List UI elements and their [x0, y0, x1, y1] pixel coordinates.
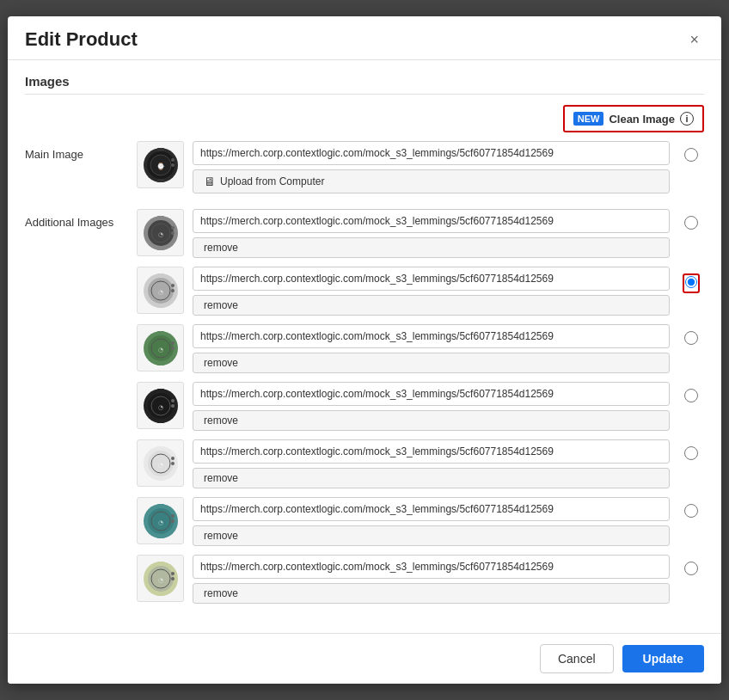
additional-image-radio-col-6 [678, 555, 704, 575]
clean-image-banner: NEW Clean Image i [25, 105, 704, 132]
svg-point-53 [171, 519, 175, 523]
watch-svg-0: ◔ [140, 212, 181, 254]
svg-point-61 [171, 577, 175, 580]
svg-rect-4 [157, 148, 164, 151]
radio-selected-indicator [683, 273, 700, 293]
main-image-radio-col [678, 141, 704, 162]
additional-image-thumb-5: ◔ [137, 497, 184, 544]
additional-image-input-group-0: remove [193, 209, 670, 258]
additional-image-thumb-4: ◔ [137, 439, 184, 487]
additional-image-radio-6[interactable] [684, 562, 698, 575]
watch-svg-main: ⌚ [140, 144, 181, 186]
additional-image-url-input-5[interactable] [193, 497, 670, 521]
svg-point-45 [171, 462, 175, 465]
cancel-button[interactable]: Cancel [540, 644, 614, 673]
svg-point-29 [171, 347, 175, 350]
additional-image-radio-col-2 [678, 324, 704, 345]
svg-point-30 [171, 341, 175, 345]
svg-text:◔: ◔ [158, 289, 163, 295]
watch-svg-5: ◔ [140, 500, 181, 542]
main-image-rows: ⌚ 🖥 Upload from Computer [137, 141, 704, 202]
additional-image-input-group-4: remove [193, 439, 670, 488]
modal-header: Edit Product × [8, 16, 721, 60]
remove-button-4[interactable]: remove [193, 468, 670, 488]
svg-text:◔: ◔ [158, 231, 163, 237]
upload-btn-label: Upload from Computer [220, 175, 324, 187]
additional-image-row: ◔ remove [137, 497, 704, 546]
additional-image-input-group-6: remove [193, 555, 670, 604]
additional-image-radio-4[interactable] [684, 446, 698, 460]
additional-image-radio-5[interactable] [684, 504, 698, 518]
additional-image-thumb-1: ◔ [137, 267, 184, 314]
update-button[interactable]: Update [622, 645, 704, 672]
additional-image-row: ◔ remove [137, 555, 704, 604]
edit-product-modal: Edit Product × Images NEW Clean Image i … [8, 16, 721, 684]
main-image-radio[interactable] [684, 148, 698, 162]
svg-rect-5 [157, 179, 164, 182]
svg-rect-28 [157, 362, 164, 365]
svg-rect-19 [157, 273, 164, 277]
additional-image-row: ◔ remove [137, 324, 704, 373]
additional-image-url-input-4[interactable] [193, 439, 670, 464]
svg-rect-60 [157, 593, 164, 596]
additional-image-radio-2[interactable] [684, 331, 698, 345]
modal-footer: Cancel Update [8, 633, 721, 684]
svg-point-21 [171, 289, 175, 292]
svg-point-37 [171, 404, 175, 408]
additional-image-row: ◔ remove [137, 382, 704, 431]
additional-image-radio-col-1 [678, 267, 704, 293]
new-badge: NEW [573, 112, 604, 126]
svg-rect-20 [157, 304, 164, 308]
additional-image-url-input-1[interactable] [193, 267, 670, 291]
svg-text:⌚: ⌚ [156, 162, 165, 170]
watch-svg-1: ◔ [140, 270, 181, 311]
svg-text:◔: ◔ [158, 577, 163, 583]
close-button[interactable]: × [684, 30, 704, 49]
svg-text:◔: ◔ [158, 347, 163, 353]
svg-rect-36 [157, 420, 164, 423]
modal-overlay: Edit Product × Images NEW Clean Image i … [0, 0, 729, 700]
additional-image-url-input-6[interactable] [193, 555, 670, 579]
remove-button-2[interactable]: remove [193, 353, 670, 373]
svg-rect-51 [157, 504, 164, 507]
additional-image-thumb-3: ◔ [137, 382, 184, 429]
additional-image-radio-0[interactable] [684, 216, 698, 230]
clean-image-box: NEW Clean Image i [563, 105, 704, 132]
additional-image-url-input-0[interactable] [193, 209, 670, 233]
additional-image-url-input-2[interactable] [193, 324, 670, 348]
svg-text:◔: ◔ [158, 462, 163, 468]
modal-title: Edit Product [25, 28, 138, 51]
additional-image-row: ◔ remove [137, 209, 704, 258]
additional-image-input-group-1: remove [193, 267, 670, 316]
watch-svg-4: ◔ [140, 443, 181, 484]
remove-button-0[interactable]: remove [193, 237, 670, 258]
additional-image-rows: ◔ remove ◔ [137, 209, 704, 612]
computer-icon: 🖥 [204, 175, 216, 188]
svg-point-38 [171, 399, 175, 402]
additional-image-row: ◔ remove [137, 267, 704, 316]
svg-point-62 [171, 572, 175, 575]
svg-point-14 [171, 226, 175, 230]
svg-point-22 [171, 284, 175, 287]
additional-image-radio-1[interactable] [685, 276, 697, 288]
remove-button-3[interactable]: remove [193, 410, 670, 431]
main-image-url-input[interactable] [193, 141, 670, 165]
svg-rect-43 [157, 446, 164, 450]
info-icon[interactable]: i [680, 112, 694, 126]
remove-button-6[interactable]: remove [193, 583, 670, 604]
additional-image-url-input-3[interactable] [193, 382, 670, 406]
remove-button-5[interactable]: remove [193, 525, 670, 546]
svg-rect-12 [157, 247, 164, 250]
remove-button-1[interactable]: remove [193, 295, 670, 316]
additional-image-row: ◔ remove [137, 439, 704, 488]
main-image-thumb: ⌚ [137, 141, 184, 188]
upload-from-computer-button[interactable]: 🖥 Upload from Computer [193, 169, 670, 193]
main-image-section: Main Image ⌚ [25, 141, 704, 202]
additional-image-thumb-0: ◔ [137, 209, 184, 256]
additional-images-label: Additional Images [25, 209, 137, 229]
additional-image-radio-3[interactable] [684, 389, 698, 402]
modal-body: Images NEW Clean Image i Main Image [8, 60, 721, 633]
additional-image-thumb-2: ◔ [137, 324, 184, 371]
svg-rect-59 [157, 562, 164, 565]
svg-rect-52 [157, 535, 164, 538]
